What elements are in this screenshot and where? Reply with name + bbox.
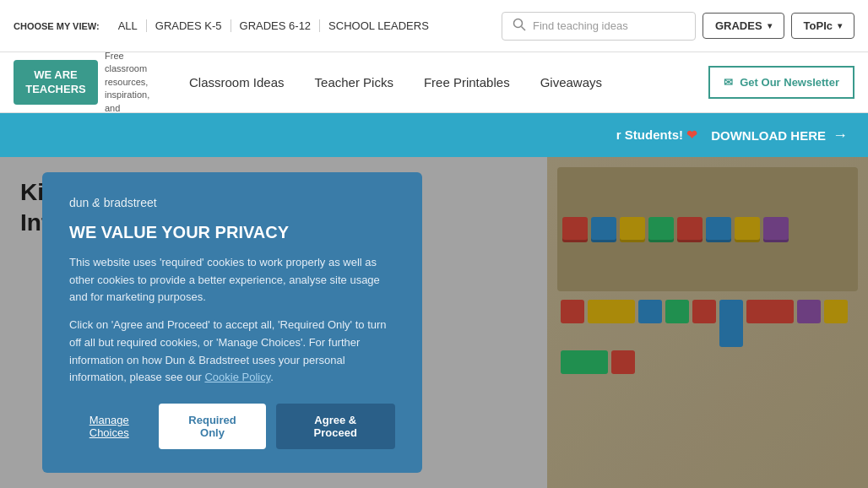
logo-area: WE ARE TEACHERS Free classroom resources… [14,50,164,115]
heart-icon: ❤ [686,127,697,142]
nav-grades-k5[interactable]: GRADES K-5 [147,19,231,32]
search-placeholder[interactable]: Find teaching ideas [533,19,685,32]
svg-point-0 [513,19,522,27]
cookie-policy-link[interactable]: Cookie Policy [204,371,270,383]
nav-grades-612[interactable]: GRADES 6-12 [231,19,321,32]
banner-text: r Students! ❤ [616,127,697,143]
cookie-modal-overlay: dun & bradstreet WE VALUE YOUR PRIVACY T… [0,157,868,488]
nav-giveaways[interactable]: Giveaways [525,75,617,89]
promo-banner: r Students! ❤ DOWNLOAD HERE → [0,113,868,157]
manage-choices-button[interactable]: Manage Choices [69,414,149,439]
arrow-icon: → [833,127,848,144]
search-area: Find teaching ideas GRADES ▾ ToPIc ▾ [502,12,854,41]
nav-free-printables[interactable]: Free Printables [409,75,525,89]
view-selector: CHOOSE MY VIEW: ALL GRADES K-5 GRADES 6-… [14,19,437,32]
svg-line-1 [521,26,525,30]
grades-dropdown[interactable]: GRADES ▾ [703,13,784,39]
dnb-brand: dun & bradstreet [69,196,395,209]
cookie-modal: dun & bradstreet WE VALUE YOUR PRIVACY T… [42,172,422,474]
required-only-button[interactable]: Required Only [159,404,265,449]
download-link[interactable]: DOWNLOAD HERE → [711,127,848,144]
nav-all[interactable]: ALL [110,19,147,32]
chevron-down-icon: ▾ [838,21,842,30]
topic-dropdown[interactable]: ToPIc ▾ [791,13,854,39]
search-icon [513,18,526,35]
newsletter-button[interactable]: ✉ Get Our Newsletter [708,66,854,99]
header-navigation: Classroom Ideas Teacher Picks Free Print… [174,75,708,89]
logo-tagline: Free classroom resources, inspiration, a… [105,50,164,115]
content-area: Kids of All Ages and Interests [0,157,868,488]
envelope-icon: ✉ [724,76,733,89]
choose-label: CHOOSE MY VIEW: [14,21,100,31]
agree-proceed-button[interactable]: Agree & Proceed [276,404,395,449]
nav-links: ALL GRADES K-5 GRADES 6-12 SCHOOL LEADER… [110,19,437,32]
top-navigation: CHOOSE MY VIEW: ALL GRADES K-5 GRADES 6-… [0,0,868,52]
main-header: WE ARE TEACHERS Free classroom resources… [0,52,868,113]
nav-classroom-ideas[interactable]: Classroom Ideas [174,75,300,89]
site-logo[interactable]: WE ARE TEACHERS [14,60,98,106]
modal-body-1: This website uses 'required' cookies to … [69,254,395,306]
modal-buttons: Manage Choices Required Only Agree & Pro… [69,404,395,449]
modal-title: WE VALUE YOUR PRIVACY [69,223,395,242]
modal-body-2: Click on 'Agree and Proceed' to accept a… [69,317,395,387]
chevron-down-icon: ▾ [768,21,772,30]
search-box: Find teaching ideas [502,12,696,41]
nav-teacher-picks[interactable]: Teacher Picks [300,75,409,89]
nav-school-leaders[interactable]: SCHOOL LEADERS [320,19,437,32]
